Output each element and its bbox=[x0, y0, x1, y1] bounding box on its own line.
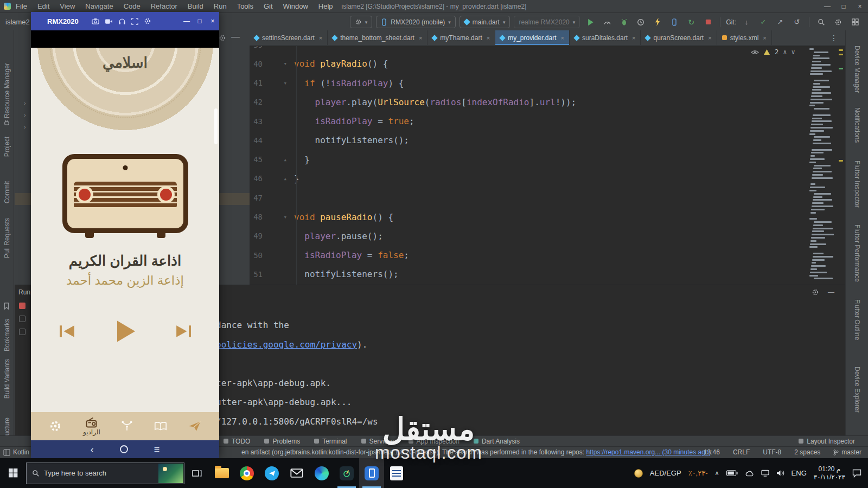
menu-help[interactable]: Help bbox=[318, 2, 333, 10]
menu-view[interactable]: View bbox=[60, 2, 75, 10]
git-branch-widget[interactable]: master bbox=[833, 448, 861, 456]
stripe-device-explorer[interactable]: Device Explorer bbox=[853, 367, 861, 413]
close-button[interactable]: × bbox=[852, 0, 868, 13]
tab-close-icon[interactable]: × bbox=[561, 35, 564, 41]
indent-setting[interactable]: 2 spaces bbox=[794, 448, 820, 456]
hot-restart-button[interactable]: ↻ bbox=[685, 16, 698, 29]
tab-close-icon[interactable]: × bbox=[419, 35, 422, 41]
stripe-notifications[interactable]: Notifications bbox=[853, 107, 861, 143]
app-scrollbar[interactable] bbox=[214, 108, 218, 144]
stop-process-button[interactable] bbox=[19, 303, 25, 309]
code-editor[interactable]: 3940▾void playRadio() {41▾ if (!isRadioP… bbox=[250, 46, 807, 285]
reader-mode-eye-icon[interactable] bbox=[751, 49, 759, 56]
profiler-button[interactable] bbox=[601, 16, 614, 29]
fold-marker-icon[interactable]: ▴ bbox=[263, 175, 294, 182]
bookmark-icon[interactable] bbox=[3, 303, 10, 310]
console-option-button[interactable] bbox=[19, 329, 25, 335]
tab-close-icon[interactable]: × bbox=[319, 35, 322, 41]
menu-run[interactable]: Run bbox=[214, 2, 227, 10]
sync-device-button[interactable] bbox=[668, 16, 681, 29]
phone-minimize-button[interactable]: — bbox=[180, 12, 193, 30]
git-commit-button[interactable]: ✓ bbox=[757, 16, 770, 29]
phone-mirror-app-icon[interactable] bbox=[359, 458, 384, 488]
battery-icon[interactable] bbox=[726, 470, 738, 476]
phone-maximize-button[interactable]: □ bbox=[193, 12, 206, 30]
fold-marker-icon[interactable]: ▾ bbox=[263, 80, 294, 87]
currency-pair[interactable]: AED/EGP bbox=[650, 469, 681, 477]
minimize-button[interactable]: — bbox=[819, 0, 835, 13]
stripe-flutter-outline[interactable]: Flutter Outline bbox=[853, 299, 861, 340]
search-everywhere-button[interactable] bbox=[815, 16, 828, 29]
android-recents-button[interactable]: ≡ bbox=[154, 445, 160, 454]
menu-navigate[interactable]: Navigate bbox=[85, 2, 113, 10]
clock-widget[interactable]: 01:20 م ٣٠/١١/٢٠٢٣ bbox=[814, 465, 845, 481]
phone-close-button[interactable]: × bbox=[206, 12, 219, 30]
previous-track-button[interactable] bbox=[59, 324, 75, 338]
debug-button[interactable] bbox=[617, 16, 630, 29]
prev-problem-icon[interactable]: ∧ bbox=[783, 48, 787, 56]
restart-button[interactable] bbox=[19, 316, 25, 322]
fold-marker-icon[interactable]: ▾ bbox=[263, 214, 294, 221]
tool-window-switcher-icon[interactable] bbox=[3, 449, 10, 456]
menu-window[interactable]: Window bbox=[283, 2, 308, 10]
toolwindow-terminal[interactable]: Terminal bbox=[314, 438, 347, 445]
android-studio-icon[interactable] bbox=[334, 458, 359, 488]
next-track-button[interactable] bbox=[175, 324, 192, 338]
hide-panel-button[interactable]: — bbox=[231, 32, 240, 42]
stripe-bookmarks[interactable]: Bookmarks bbox=[3, 319, 11, 351]
nav-settings[interactable] bbox=[49, 420, 62, 433]
menu-build[interactable]: Build bbox=[188, 2, 203, 10]
target-device-selector[interactable]: realme RMX2020 ▾ bbox=[514, 16, 580, 28]
nav-quran[interactable] bbox=[154, 421, 167, 431]
device-selector[interactable]: RMX2020 (mobile) ▾ bbox=[376, 16, 456, 28]
line-ending[interactable]: CRLF bbox=[733, 448, 750, 456]
tab-close-icon[interactable]: × bbox=[763, 35, 766, 41]
audio-headphones-icon[interactable] bbox=[118, 18, 126, 25]
layout-grid-button[interactable] bbox=[848, 16, 861, 29]
hot-reload-button[interactable] bbox=[651, 16, 664, 29]
project-name[interactable]: islame2 bbox=[5, 18, 30, 26]
git-push-button[interactable]: ↗ bbox=[774, 16, 787, 29]
volume-icon[interactable] bbox=[776, 470, 784, 477]
play-button[interactable] bbox=[114, 320, 136, 343]
edge-icon[interactable] bbox=[309, 458, 334, 488]
nav-travel[interactable] bbox=[188, 421, 201, 432]
file-explorer-icon[interactable] bbox=[209, 458, 234, 488]
stripe-build-variants[interactable]: Build Variants bbox=[3, 359, 11, 399]
stripe-pull-requests[interactable]: Pull Requests bbox=[3, 218, 11, 258]
file-encoding[interactable]: UTF-8 bbox=[763, 448, 781, 456]
attach-debugger-button[interactable] bbox=[634, 16, 647, 29]
run-panel-title[interactable]: Run: bbox=[18, 288, 32, 296]
stripe-flutter-inspector[interactable]: Flutter Inspector bbox=[853, 160, 861, 208]
mail-icon[interactable] bbox=[284, 458, 309, 488]
layout-inspector-button[interactable]: Layout Inspector bbox=[799, 438, 868, 445]
tree-expand-icon[interactable]: › bbox=[24, 112, 26, 118]
tray-expand-icon[interactable]: ∧ bbox=[715, 470, 719, 477]
search-highlight-thumbnail[interactable] bbox=[158, 464, 183, 483]
android-back-button[interactable]: ‹ bbox=[91, 445, 94, 454]
git-rollback-button[interactable]: ↺ bbox=[790, 16, 803, 29]
onedrive-cloud-icon[interactable] bbox=[745, 470, 754, 477]
menu-file[interactable]: File bbox=[16, 2, 27, 10]
menu-refactor[interactable]: Refactor bbox=[151, 2, 177, 10]
nav-radio-active[interactable]: الراديو bbox=[83, 417, 100, 436]
maximize-button[interactable]: □ bbox=[835, 0, 852, 13]
toolwindow-problems[interactable]: Problems bbox=[264, 438, 300, 445]
tree-expand-icon[interactable]: › bbox=[24, 100, 26, 106]
project-options-gear-icon[interactable] bbox=[219, 34, 226, 42]
tab-settinsScreen.dart[interactable]: settinsScreen.dart× bbox=[250, 30, 328, 45]
tab-my_provider.dart[interactable]: my_provider.dart× bbox=[495, 30, 570, 45]
hide-run-panel-button[interactable]: — bbox=[828, 288, 834, 296]
tab-theme_bottom_sheet.dart[interactable]: theme_bottom_sheet.dart× bbox=[328, 30, 427, 45]
toolchain-dropdown[interactable]: ▾ bbox=[350, 16, 373, 28]
menu-tools[interactable]: Tools bbox=[237, 2, 253, 10]
stripe-commit[interactable]: Commit bbox=[3, 181, 11, 203]
run-options-gear-icon[interactable] bbox=[812, 288, 819, 296]
fold-marker-icon[interactable]: ▾ bbox=[263, 60, 294, 67]
fullscreen-icon[interactable] bbox=[131, 18, 138, 25]
console-link[interactable]: policies.google.com/privacy bbox=[216, 339, 357, 350]
nav-tasbih[interactable] bbox=[121, 421, 133, 432]
task-view-button[interactable] bbox=[184, 458, 209, 488]
tab-close-icon[interactable]: × bbox=[708, 35, 711, 41]
plug-icon[interactable] bbox=[3, 119, 10, 126]
